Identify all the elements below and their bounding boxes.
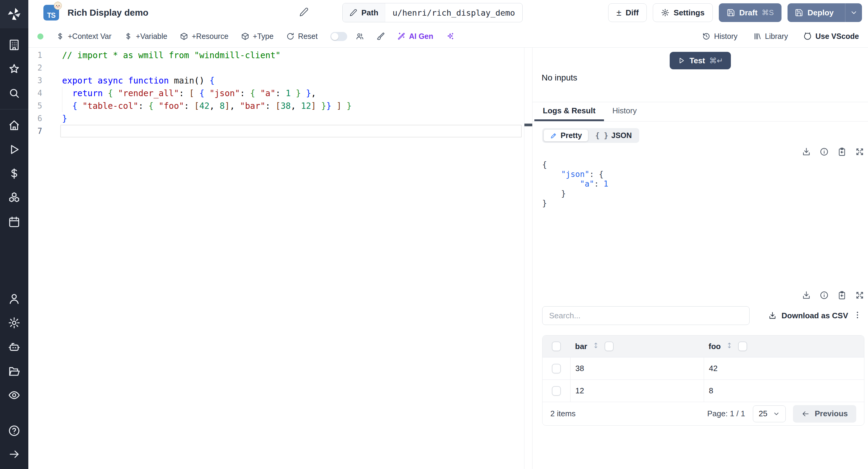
view-pretty[interactable]: Pretty (544, 130, 588, 142)
path-value[interactable]: u/henri/rich_display_demo (385, 3, 522, 22)
sort-icon[interactable] (725, 342, 733, 351)
table-row[interactable]: 128 (542, 379, 864, 402)
expand-sidebar-arrow-icon[interactable] (7, 447, 21, 461)
clipboard-copy-icon[interactable] (837, 290, 846, 300)
library-button[interactable]: Library (753, 32, 788, 41)
collaborators-button[interactable] (355, 32, 364, 40)
settings-gear-icon[interactable] (7, 316, 21, 330)
ai-gen-button[interactable]: AI Gen (397, 32, 433, 41)
info-icon[interactable] (819, 290, 829, 300)
typescript-badge: TS (43, 5, 59, 21)
audit-eye-icon[interactable] (7, 388, 21, 402)
code-line[interactable]: 5 { "table-col": { "foo": [42, 8], "bar"… (28, 99, 524, 112)
folders-icon[interactable] (7, 364, 21, 378)
braces-icon: { } (595, 131, 608, 140)
column-filter-checkbox[interactable] (738, 342, 747, 351)
draft-label: Draft (739, 8, 758, 18)
code-editor[interactable]: 1// import * as wmill from "windmill-cli… (28, 48, 524, 469)
path-label-segment[interactable]: Path (343, 3, 385, 22)
panel-splitter[interactable] (524, 48, 532, 469)
help-icon[interactable] (7, 424, 21, 438)
page-size-value: 25 (758, 409, 767, 418)
diff-mode-toggle[interactable] (330, 32, 347, 41)
settings-button[interactable]: Settings (653, 3, 713, 22)
expand-icon[interactable] (855, 290, 864, 300)
view-json[interactable]: { } JSON (589, 130, 638, 142)
reset-button[interactable]: Reset (286, 32, 318, 41)
test-button[interactable]: Test ⌘↵ (670, 52, 731, 69)
column-header-foo[interactable]: foo (709, 342, 721, 351)
add-context-var-button[interactable]: +Context Var (56, 32, 112, 41)
library-label: Library (765, 32, 788, 41)
code-line[interactable]: 4 return { "render_all": [ { "json": { "… (28, 87, 524, 99)
tab-logs-result[interactable]: Logs & Result (534, 102, 604, 121)
draft-button[interactable]: Draft ⌘S (719, 3, 782, 22)
code-line[interactable]: 7 (28, 125, 524, 137)
column-filter-checkbox[interactable] (604, 342, 614, 351)
code-line[interactable]: 1// import * as wmill from "windmill-cli… (28, 49, 524, 61)
edit-summary-pencil-icon[interactable] (299, 7, 309, 18)
user-icon[interactable] (7, 292, 21, 306)
column-header-bar[interactable]: bar (575, 342, 587, 351)
add-resource-button[interactable]: +Resource (180, 32, 228, 41)
result-tabs: Logs & Result History (532, 102, 868, 122)
code-line[interactable]: 6} (28, 112, 524, 125)
download-icon (768, 311, 777, 320)
download-icon[interactable] (802, 290, 811, 300)
cell-foo: 42 (704, 357, 864, 379)
path-editor[interactable]: Path u/henri/rich_display_demo (342, 3, 523, 22)
resources-boxes-icon[interactable] (7, 191, 21, 205)
users-icon (355, 32, 364, 40)
table-search-input[interactable] (542, 306, 749, 325)
format-brush-button[interactable] (376, 32, 384, 40)
ai-sparkles-button[interactable] (446, 32, 454, 40)
table-body: 3842128 (542, 357, 864, 402)
info-icon[interactable] (819, 147, 829, 156)
row-checkbox[interactable] (552, 364, 561, 373)
page-size-select[interactable]: 25 (753, 405, 786, 422)
rotate-icon (286, 32, 294, 40)
pen-icon (550, 132, 558, 139)
sort-icon[interactable] (592, 342, 600, 351)
use-vscode-label: Use VScode (815, 32, 859, 41)
run-panel: Test ⌘↵ No inputs Logs & Result History … (532, 48, 868, 469)
deploy-dropdown[interactable] (845, 3, 862, 22)
code-line: } (542, 189, 864, 198)
select-all-checkbox[interactable] (552, 342, 561, 351)
row-checkbox[interactable] (552, 386, 561, 396)
use-vscode-button[interactable]: Use VScode (804, 32, 859, 41)
arrow-left-icon (801, 410, 810, 418)
deploy-label: Deploy (807, 8, 834, 18)
wand-icon (397, 32, 405, 40)
runs-play-icon[interactable] (7, 143, 21, 156)
schedules-calendar-icon[interactable] (7, 215, 21, 229)
favorites-star-icon[interactable] (7, 62, 21, 76)
add-type-button[interactable]: +Type (241, 32, 274, 41)
history-button[interactable]: History (702, 32, 738, 41)
expand-icon[interactable] (855, 147, 864, 156)
code-line[interactable]: 3export async function main() { (28, 74, 524, 87)
table-menu-kebab-icon[interactable] (853, 310, 862, 321)
download-csv-button[interactable]: Download as CSV (768, 311, 848, 320)
page-indicator: Page: 1 / 1 (707, 409, 745, 418)
search-icon[interactable] (7, 86, 21, 100)
ai-gen-label: AI Gen (409, 32, 433, 41)
windmill-logo[interactable] (0, 0, 28, 28)
home-icon[interactable] (7, 119, 21, 132)
table-row[interactable]: 3842 (542, 357, 864, 379)
splitter-handle[interactable] (524, 124, 532, 126)
code-line[interactable]: 2 (28, 61, 524, 74)
diff-button[interactable]: ± Diff (608, 3, 647, 22)
previous-page-button[interactable]: Previous (793, 405, 856, 423)
workspace-building-icon[interactable] (7, 38, 21, 52)
deploy-button[interactable]: Deploy (787, 3, 862, 22)
download-icon[interactable] (802, 147, 811, 156)
add-variable-button[interactable]: +Variable (124, 32, 167, 41)
table-header: bar foo (542, 336, 864, 357)
variables-dollar-icon[interactable] (7, 167, 21, 181)
workers-bot-icon[interactable] (7, 340, 21, 354)
line-number: 3 (28, 76, 42, 85)
download-csv-label: Download as CSV (781, 311, 848, 320)
tab-history[interactable]: History (604, 102, 645, 121)
clipboard-copy-icon[interactable] (837, 147, 846, 156)
